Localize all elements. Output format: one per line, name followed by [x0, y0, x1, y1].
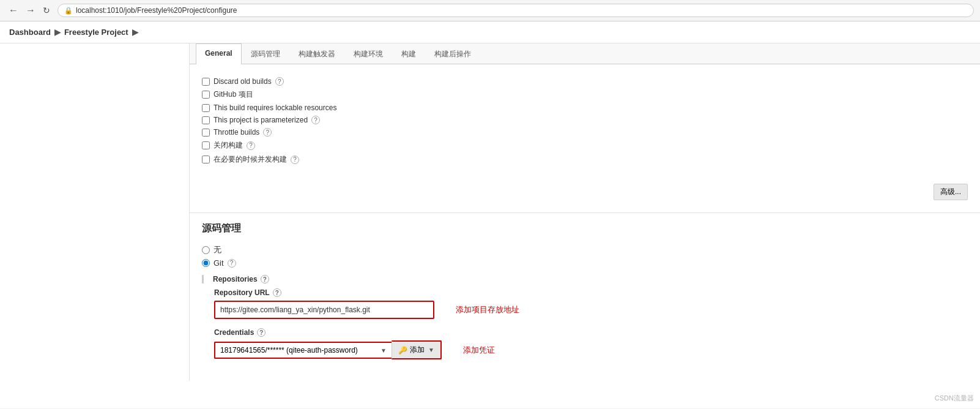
checkbox-discard-old: Discard old builds ?: [202, 77, 968, 86]
github-project-checkbox[interactable]: [202, 91, 210, 99]
concurrent-help[interactable]: ?: [291, 156, 299, 164]
throttle-help[interactable]: ?: [263, 128, 272, 137]
disable-label: 关闭构建: [213, 140, 243, 151]
credentials-select-wrapper: 18179641565/****** (qitee-auth-password)…: [214, 342, 392, 359]
add-btn-label: 添加: [410, 345, 425, 355]
lock-icon: 🔒: [64, 7, 73, 15]
git-help-icon[interactable]: ?: [228, 259, 236, 268]
parameterized-help[interactable]: ?: [311, 116, 320, 124]
credentials-select[interactable]: 18179641565/****** (qitee-auth-password): [214, 342, 392, 359]
credentials-label-text: Credentials: [214, 328, 254, 337]
repo-url-annotation: 添加项目存放地址: [456, 304, 519, 315]
repo-url-group: Repository URL ? 添加项目存放地址: [214, 288, 968, 319]
breadcrumb-sep2: ▶: [132, 28, 138, 37]
concurrent-checkbox[interactable]: [202, 156, 210, 163]
repo-url-help-icon[interactable]: ?: [273, 288, 281, 297]
checkbox-disable: 关闭构建 ?: [202, 140, 968, 151]
credentials-row: 18179641565/****** (qitee-auth-password)…: [214, 340, 968, 359]
checkbox-github-project: GitHub 项目: [202, 89, 968, 100]
tab-triggers[interactable]: 构建触发器: [289, 43, 344, 64]
discard-old-help[interactable]: ?: [275, 77, 284, 86]
repositories-label-row: Repositories ?: [202, 275, 968, 283]
breadcrumb-project[interactable]: Freestyle Project: [64, 28, 128, 37]
credentials-help-icon[interactable]: ?: [257, 328, 265, 337]
content-area: General 源码管理 构建触发器 构建环境 构建 构建后操作 Discard…: [0, 43, 980, 381]
repositories-label-text: Repositories: [213, 275, 258, 283]
radio-none-item: 无: [202, 244, 968, 255]
lockable-checkbox[interactable]: [202, 104, 210, 112]
address-bar[interactable]: 🔒 localhost:1010/job/Freestyle%20Project…: [58, 4, 974, 17]
lockable-label: This build requires lockable resources: [213, 103, 336, 112]
breadcrumb-sep1: ▶: [54, 28, 61, 37]
checkbox-lockable: This build requires lockable resources: [202, 103, 968, 112]
disable-help[interactable]: ?: [247, 141, 255, 150]
repo-url-label-text: Repository URL: [214, 288, 270, 297]
credentials-label-row: Credentials ?: [214, 328, 968, 337]
reload-button[interactable]: ↻: [40, 4, 53, 17]
radio-none-label: 无: [213, 244, 221, 255]
radio-git[interactable]: [202, 259, 210, 267]
advanced-btn-area: 高级...: [190, 178, 980, 212]
advanced-button[interactable]: 高级...: [934, 184, 968, 200]
add-dropdown-arrow-icon: ▼: [428, 347, 434, 353]
general-section: Discard old builds ? GitHub 项目 This buil…: [190, 64, 980, 178]
repo-url-row: 添加项目存放地址: [214, 301, 968, 319]
throttle-checkbox[interactable]: [202, 129, 210, 137]
forward-button[interactable]: →: [23, 4, 38, 17]
radio-git-item: Git ?: [202, 258, 968, 268]
parameterized-label: This project is parameterized: [213, 116, 308, 124]
main-content: General 源码管理 构建触发器 构建环境 构建 构建后操作 Discard…: [190, 43, 980, 381]
breadcrumb: Dashboard ▶ Freestyle Project ▶: [0, 21, 980, 43]
throttle-label: Throttle builds: [213, 128, 259, 137]
tab-env[interactable]: 构建环境: [344, 43, 392, 64]
add-credentials-button[interactable]: 🔑 添加 ▼: [392, 340, 442, 359]
repo-content: Repository URL ? 添加项目存放地址 Credentials ?: [202, 288, 968, 359]
tab-build[interactable]: 构建: [392, 43, 425, 64]
repo-url-label-row: Repository URL ?: [214, 288, 968, 297]
key-icon: 🔑: [398, 346, 407, 355]
discard-old-label: Discard old builds: [213, 77, 272, 86]
checkbox-concurrent: 在必要的时候并发构建 ?: [202, 154, 968, 165]
radio-git-label: Git: [213, 258, 224, 268]
nav-buttons: ← → ↻: [6, 4, 53, 17]
page-wrapper: Dashboard ▶ Freestyle Project ▶ General …: [0, 21, 980, 408]
checkbox-throttle: Throttle builds ?: [202, 128, 968, 137]
credentials-input-group: 18179641565/****** (qitee-auth-password)…: [214, 340, 442, 359]
tab-post[interactable]: 构建后操作: [425, 43, 480, 64]
url-text: localhost:1010/job/Freestyle%20Project/c…: [76, 6, 237, 15]
concurrent-label: 在必要的时候并发构建: [213, 154, 287, 165]
credentials-group: Credentials ? 18179641565/****** (qitee-…: [214, 328, 968, 359]
tabs-bar: General 源码管理 构建触发器 构建环境 构建 构建后操作: [190, 43, 980, 64]
repo-url-input[interactable]: [214, 301, 434, 319]
tab-general[interactable]: General: [196, 43, 242, 64]
discard-old-checkbox[interactable]: [202, 78, 210, 86]
scm-section-title: 源码管理: [190, 212, 980, 241]
breadcrumb-dashboard[interactable]: Dashboard: [9, 28, 51, 37]
github-project-label: GitHub 项目: [213, 89, 253, 100]
parameterized-checkbox[interactable]: [202, 116, 210, 124]
back-button[interactable]: ←: [6, 4, 21, 17]
scm-section: 无 Git ? Repositories ? Rep: [190, 244, 980, 381]
radio-none[interactable]: [202, 246, 210, 254]
sidebar: [0, 43, 190, 381]
credentials-annotation: 添加凭证: [463, 345, 495, 356]
disable-checkbox[interactable]: [202, 141, 210, 149]
repositories-help-icon[interactable]: ?: [261, 275, 269, 283]
browser-chrome: ← → ↻ 🔒 localhost:1010/job/Freestyle%20P…: [0, 0, 980, 21]
checkbox-parameterized: This project is parameterized ?: [202, 116, 968, 124]
tab-scm[interactable]: 源码管理: [242, 43, 289, 64]
